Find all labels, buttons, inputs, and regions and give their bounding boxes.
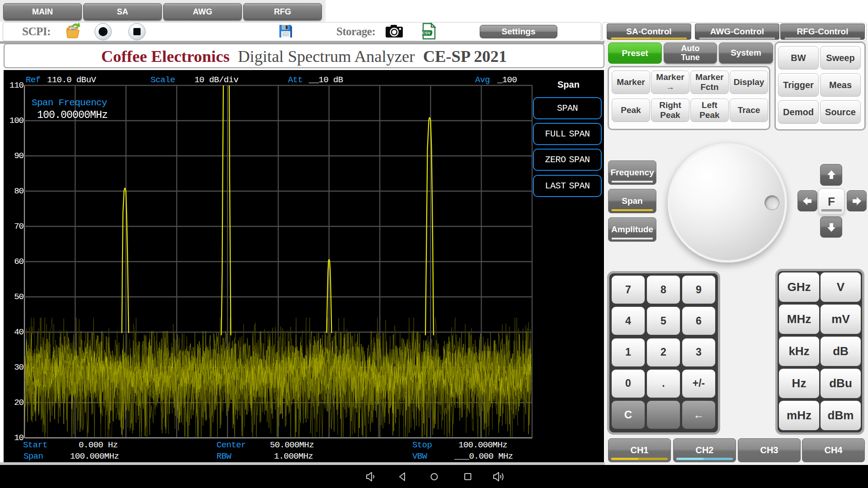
svg-text:CSV: CSV	[422, 31, 431, 35]
